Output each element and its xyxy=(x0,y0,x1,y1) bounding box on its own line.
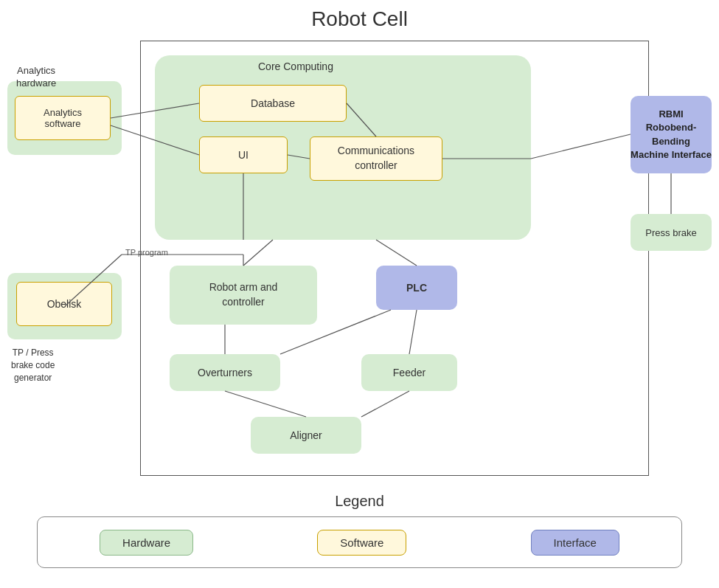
ui-box: UI xyxy=(199,136,288,173)
analytics-hardware-label: Analyticshardware xyxy=(16,65,56,90)
overturners-box: Overturners xyxy=(170,354,280,391)
tp-label: TP / Pressbrake codegenerator xyxy=(11,347,55,384)
comms-controller-box: Communicationscontroller xyxy=(310,136,442,181)
core-computing-title: Core Computing xyxy=(258,60,333,72)
aligner-box: Aligner xyxy=(251,417,361,454)
rbmi-box: RBMIRobobend-BendingMachine Interface xyxy=(631,96,712,173)
legend-box: Hardware Software Interface xyxy=(37,516,682,568)
press-brake-box: Press brake xyxy=(631,214,712,251)
database-box: Database xyxy=(199,85,347,122)
feeder-box: Feeder xyxy=(361,354,457,391)
legend-hardware-item: Hardware xyxy=(100,530,193,556)
legend-software-item: Software xyxy=(317,530,406,556)
robot-cell-title: Robot Cell xyxy=(311,7,408,31)
diagram-container: Robot Cell Core Computing Analyticshardw… xyxy=(0,0,719,588)
robot-arm-box: Robot arm andcontroller xyxy=(170,266,317,325)
obelisk-box: Obelisk xyxy=(16,282,112,326)
legend-title: Legend xyxy=(335,493,384,510)
plc-box: PLC xyxy=(376,266,457,310)
tp-program-label: TP program xyxy=(125,248,168,257)
legend-interface-item: Interface xyxy=(531,530,619,556)
analytics-software-box: Analyticssoftware xyxy=(15,96,111,140)
